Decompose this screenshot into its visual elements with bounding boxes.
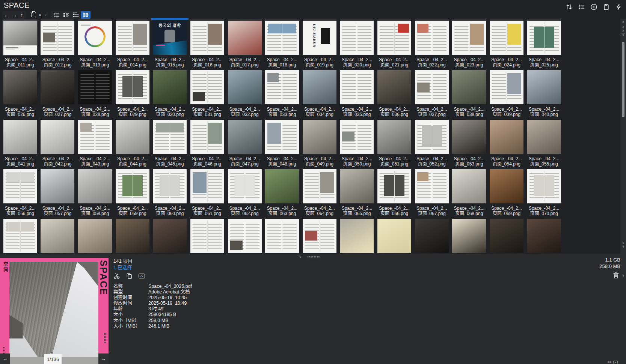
grid-item[interactable]: Space_-04_2...页面_021.png [376, 19, 413, 68]
grid-item[interactable]: Space_-04_2...页面_067.png [413, 167, 451, 217]
scroll-page-down-icon[interactable]: ∨∨ [620, 242, 626, 248]
preview-prev-button[interactable]: ← [0, 353, 10, 364]
quick-actions-button[interactable] [614, 2, 623, 11]
grid-item[interactable]: Space_-04_2...页面_056.png [2, 167, 39, 217]
grid-item[interactable]: Space_-04_2...页面_023.png [451, 19, 488, 68]
grid-item[interactable]: Space_-04_2...页面_026.png [2, 68, 39, 118]
grid-item[interactable]: Space_-04_2...页面_051.png [376, 118, 413, 167]
grid-item[interactable]: Space_-04_2...页面_024.png [488, 19, 525, 68]
scroll-top-icon[interactable]: ∨ [621, 33, 625, 37]
grid-item[interactable]: Space_-04_2...页面_045.png [151, 118, 189, 167]
grid-item[interactable]: Space_-04_2...页面_055.png [525, 118, 563, 167]
grid-item[interactable]: Space_-04_2...页面_054.png [488, 118, 525, 167]
selected-count[interactable]: 1 已选择 [113, 264, 133, 271]
grid-item[interactable]: Space_-04_2...页面_065.png [338, 167, 376, 217]
new-item-button[interactable] [589, 2, 598, 11]
grid-item[interactable]: Space_-04_2...页面_022.png [413, 19, 451, 68]
clipboard-button[interactable] [602, 2, 611, 11]
grid-item[interactable]: Space_-04_2...页面_039.png [488, 68, 525, 118]
grid-item[interactable]: Space_-04_2...页面_037.png [413, 68, 451, 118]
grid-item[interactable]: Space_-04_2...页面_052.png [413, 118, 451, 167]
grid-item[interactable]: Space_-04_2...页面_018.png [263, 19, 301, 68]
grid-item[interactable]: Space_-04_2...页面_046.png [189, 118, 226, 167]
grid-item[interactable]: Space_-04_2...页面_058.png [76, 167, 114, 217]
list-view-button[interactable] [51, 11, 61, 19]
grid-item[interactable]: Space_-04_2...页面_020.png [338, 19, 376, 68]
forward-button[interactable]: → [11, 11, 18, 19]
tiles-view-button[interactable] [61, 11, 71, 19]
grid-item[interactable]: Space_-04_2...页面_016.png [189, 19, 226, 68]
grid-item[interactable]: Space_-04_2...页面_059.png [114, 167, 151, 217]
grid-item[interactable]: Space_-04_2...页面_031.png [189, 68, 226, 118]
grid-item[interactable]: Space_-04_2...页面_017.png [226, 19, 264, 68]
up-button[interactable]: ↑ [18, 11, 26, 19]
grid-item[interactable]: Space_-04_2...页面_012.png [39, 19, 77, 68]
back-button[interactable]: ← [3, 11, 11, 19]
grid-item[interactable]: Space_-04_2...页面_030.png [151, 68, 189, 118]
grid-item[interactable]: Space_-04_2...页面_050.png [338, 118, 376, 167]
grid-item[interactable]: Space_-04_2...页面_028.png [76, 68, 114, 118]
grid-item[interactable]: Space_-04_2...页面_027.png [39, 68, 77, 118]
scrollbar[interactable]: ∧ ∧∧ ∨ ∨∨ ∨ [620, 19, 626, 278]
grid-item[interactable]: Space_-04_2...页面_033.png [263, 68, 301, 118]
photo-block [122, 175, 143, 196]
grid-item[interactable]: Space_-04_2...页面_041.png [2, 118, 39, 167]
photo-block [470, 24, 484, 45]
photo-block [507, 73, 521, 94]
grid-item[interactable]: Space_-04_2...页面_025.png [525, 19, 563, 68]
expand-up-button[interactable]: ∧ [37, 11, 43, 19]
expand-down-button[interactable]: ∨ [43, 11, 48, 19]
scroll-down-icon[interactable]: ∨ [620, 274, 626, 277]
grid-item[interactable]: Space_-04_2...页面_060.png [151, 167, 189, 217]
scroll-up-icon[interactable]: ∧ [620, 20, 626, 24]
file-name-line2: 页面_021.png [380, 62, 408, 68]
grid-item[interactable]: LIU JIAKUNSpace_-04_2...页面_019.png [301, 19, 338, 68]
delete-button[interactable] [612, 271, 620, 280]
grid-item[interactable]: Space_-04_2...页面_062.png [226, 167, 264, 217]
copy-button[interactable] [125, 272, 133, 280]
grid-item[interactable]: Space_-04_2...页面_061.png [189, 167, 226, 217]
grid-item[interactable]: Space_-04_2...页面_053.png [451, 118, 488, 167]
grid-item[interactable]: Space_-04_2...页面_011.png [2, 19, 39, 68]
grid-item[interactable]: Space_-04_2...页面_014.png [114, 19, 151, 68]
system-tray-clipped[interactable]: ≡≡ ∧ [607, 361, 618, 364]
grid-item[interactable]: Space_-04_2...页面_032.png [226, 68, 264, 118]
grid-item[interactable]: Space_-04_2...页面_034.png [301, 68, 338, 118]
grid-item[interactable]: Space_-04_2...页面_063.png [263, 167, 301, 217]
grid-item[interactable]: Space_-04_2...页面_043.png [76, 118, 114, 167]
cut-button[interactable] [113, 272, 121, 280]
rename-button[interactable]: A [137, 272, 146, 280]
grid-item[interactable]: Space_-04_2...页面_035.png [338, 68, 376, 118]
select-list-button[interactable] [577, 2, 586, 11]
sort-button[interactable] [564, 2, 573, 11]
preview-next-button[interactable]: → [98, 353, 109, 364]
grid-item[interactable]: Space_-04_2...页面_047.png [226, 118, 264, 167]
grid-item[interactable]: 동국의 철학Space_-04_2...页面_015.png [151, 19, 189, 68]
grid-item[interactable]: Space_-04_2...页面_042.png [39, 118, 77, 167]
panel-drag-handle[interactable] [307, 256, 320, 259]
grid-item[interactable]: Space_-04_2...页面_044.png [114, 118, 151, 167]
panel-collapse-icon[interactable]: ∨ [299, 255, 302, 259]
file-name-line2: 页面_048.png [268, 161, 296, 167]
grid-item[interactable]: Space_-04_2...页面_064.png [301, 167, 338, 217]
grid-item[interactable]: Space_-04_2...页面_070.png [525, 167, 563, 217]
preview-pane[interactable]: 空间 SPACE ← 1/136 → [0, 258, 109, 364]
grid-item[interactable]: Space_-04_2...页面_068.png [451, 167, 488, 217]
grid-item[interactable]: Space_-04_2...页面_013.png [76, 19, 114, 68]
file-name-line2: 页面_046.png [193, 161, 221, 167]
grid-item[interactable]: Space_-04_2...页面_048.png [263, 118, 301, 167]
grid-item[interactable]: Space_-04_2...页面_049.png [301, 118, 338, 167]
file-name-line1: Space_-04_2... [342, 156, 372, 161]
grid-item[interactable]: Space_-04_2...页面_057.png [39, 167, 77, 217]
grid-item[interactable]: Space_-04_2...页面_036.png [376, 68, 413, 118]
scrollbar-thumb[interactable] [622, 42, 624, 117]
scroll-page-up-icon[interactable]: ∧∧ [620, 26, 626, 32]
grid-item[interactable]: Space_-04_2...页面_029.png [114, 68, 151, 118]
paste-button[interactable] [30, 11, 37, 19]
grid-item[interactable]: Space_-04_2...页面_069.png [488, 167, 525, 217]
content-view-button[interactable] [71, 11, 81, 19]
grid-item[interactable]: Space_-04_2...页面_066.png [376, 167, 413, 217]
grid-item[interactable]: Space_-04_2...页面_038.png [451, 68, 488, 118]
grid-view-button[interactable] [81, 11, 91, 19]
grid-item[interactable]: Space_-04_2...页面_040.png [525, 68, 563, 118]
